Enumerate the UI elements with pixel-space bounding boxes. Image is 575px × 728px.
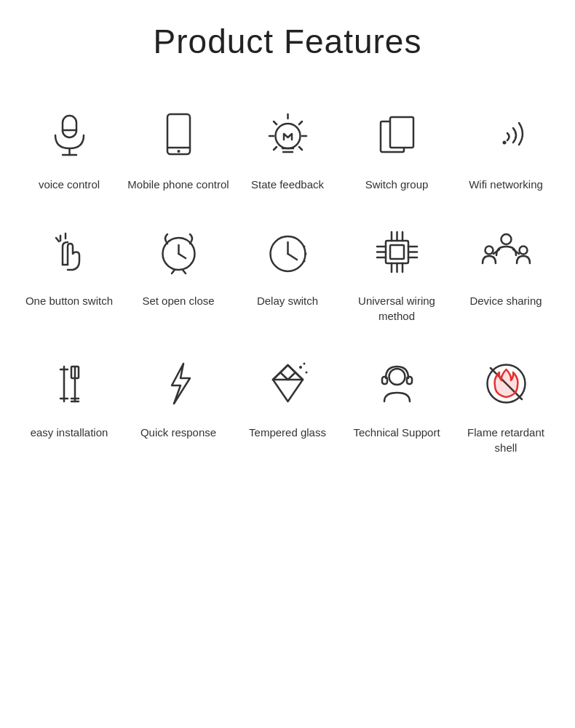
svg-rect-71 (382, 377, 387, 384)
svg-point-50 (485, 247, 493, 255)
feature-device-sharing: Device sharing (455, 221, 557, 308)
svg-rect-0 (63, 116, 76, 137)
svg-point-70 (389, 369, 405, 385)
svg-line-65 (280, 372, 288, 380)
svg-line-31 (288, 254, 297, 260)
delay-switch-label: Delay switch (257, 293, 318, 308)
svg-line-16 (274, 147, 277, 150)
svg-line-11 (299, 121, 302, 124)
svg-point-6 (177, 150, 180, 153)
svg-point-19 (502, 141, 506, 145)
svg-point-33 (303, 246, 305, 248)
quick-response-label: Quick response (140, 425, 216, 440)
state-feedback-icon (257, 105, 319, 167)
technical-support-label: Technical Support (353, 425, 440, 440)
feature-row-3: easy installation Quick response (15, 353, 560, 455)
switch-group-icon (366, 105, 428, 167)
svg-rect-18 (390, 117, 413, 148)
svg-line-27 (172, 270, 175, 273)
mobile-phone-control-icon (148, 105, 210, 167)
easy-installation-label: easy installation (31, 425, 108, 440)
svg-rect-36 (390, 245, 404, 259)
feature-quick-response: Quick response (127, 353, 229, 440)
one-button-switch-label: One button switch (25, 293, 113, 308)
svg-point-68 (305, 372, 307, 374)
svg-line-23 (56, 238, 59, 241)
feature-set-open-close: Set open close (127, 221, 229, 308)
svg-rect-72 (407, 377, 412, 384)
svg-point-32 (304, 253, 306, 255)
one-button-switch-icon (39, 221, 100, 283)
svg-line-26 (178, 254, 186, 258)
universal-wiring-method-icon (366, 221, 428, 283)
feature-flame-retardant-shell: Flame retardant shell (455, 353, 557, 455)
page-title: Product Features (154, 22, 422, 61)
svg-point-51 (519, 247, 527, 255)
mobile-phone-control-label: Mobile phone control (127, 177, 229, 192)
tempered-glass-icon (257, 353, 319, 415)
feature-row-2: One button switch (15, 221, 560, 324)
feature-row-1: voice control Mobile phone control (15, 105, 560, 192)
voice-control-label: voice control (39, 177, 100, 192)
feature-state-feedback: State feedback (237, 105, 338, 192)
feature-voice-control: voice control (18, 105, 120, 192)
svg-line-66 (288, 372, 296, 380)
feature-tempered-glass: Tempered glass (237, 353, 338, 440)
feature-switch-group: Switch group (346, 105, 448, 192)
feature-mobile-phone-control: Mobile phone control (127, 105, 229, 192)
wifi-networking-label: Wifi networking (469, 177, 543, 192)
svg-point-67 (299, 366, 302, 369)
flame-retardant-shell-label: Flame retardant shell (455, 425, 557, 455)
feature-easy-installation: easy installation (18, 353, 120, 440)
svg-marker-61 (273, 365, 303, 401)
svg-rect-35 (386, 241, 408, 263)
svg-line-14 (274, 121, 277, 124)
tempered-glass-label: Tempered glass (249, 425, 326, 440)
svg-line-28 (183, 270, 186, 273)
device-sharing-label: Device sharing (469, 293, 542, 308)
voice-control-icon (39, 105, 100, 167)
easy-installation-icon (39, 353, 100, 415)
svg-point-69 (303, 363, 305, 365)
wifi-networking-icon (475, 105, 537, 167)
svg-line-15 (299, 147, 302, 150)
feature-universal-wiring-method: Universal wiring method (346, 221, 448, 324)
feature-technical-support: Technical Support (346, 353, 448, 440)
quick-response-icon (148, 353, 210, 415)
state-feedback-label: State feedback (251, 177, 324, 192)
set-open-close-label: Set open close (142, 293, 214, 308)
feature-wifi-networking: Wifi networking (455, 105, 557, 192)
svg-point-7 (275, 124, 300, 148)
delay-switch-icon (257, 221, 319, 283)
device-sharing-icon (475, 221, 537, 283)
universal-wiring-method-label: Universal wiring method (346, 293, 448, 324)
svg-point-34 (303, 260, 305, 263)
feature-delay-switch: Delay switch (237, 221, 338, 308)
svg-point-49 (501, 234, 511, 244)
technical-support-icon (366, 353, 428, 415)
flame-retardant-shell-icon (475, 353, 537, 415)
page: Product Features (0, 0, 575, 728)
feature-one-button-switch: One button switch (18, 221, 120, 308)
switch-group-label: Switch group (365, 177, 429, 192)
features-grid: voice control Mobile phone control (15, 105, 560, 455)
set-open-close-icon (148, 221, 210, 283)
